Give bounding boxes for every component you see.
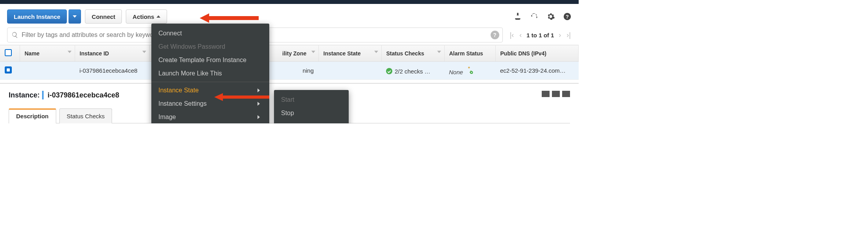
launch-instance-dropdown[interactable] bbox=[68, 9, 81, 24]
chevron-up-icon bbox=[156, 15, 160, 18]
checkbox-icon bbox=[5, 49, 12, 56]
tab-status-checks[interactable]: Status Checks bbox=[59, 108, 112, 123]
window-header bbox=[0, 0, 579, 4]
search-icon bbox=[11, 31, 18, 39]
chevron-right-icon bbox=[257, 115, 260, 119]
submenu-stop-hibernate: Stop - Hibernate bbox=[274, 120, 349, 123]
accent-bar-icon bbox=[42, 91, 44, 99]
help-icon[interactable]: ? bbox=[563, 12, 572, 21]
col-public-dns[interactable]: Public DNS (IPv4) bbox=[495, 45, 579, 62]
cell-alarm-status: None bbox=[444, 62, 495, 80]
table-row[interactable]: i-0379861ecebca4ce8 ning 2/2 checks … No… bbox=[0, 62, 579, 80]
actions-label: Actions bbox=[132, 13, 154, 20]
layout-split-icon[interactable] bbox=[552, 91, 560, 97]
pager-prev[interactable]: ‹ bbox=[519, 31, 522, 39]
cell-public-dns: ec2-52-91-239-24.com… bbox=[495, 62, 579, 80]
alarm-add-icon[interactable] bbox=[465, 66, 473, 74]
pager-label: 1 to 1 of 1 bbox=[526, 32, 554, 39]
menu-instance-settings[interactable]: Instance Settings bbox=[151, 97, 269, 110]
menu-create-template[interactable]: Create Template From Instance bbox=[151, 53, 269, 67]
actions-menu: Connect Get Windows Password Create Temp… bbox=[151, 24, 269, 123]
connect-button[interactable]: Connect bbox=[85, 9, 122, 24]
col-alarm-status[interactable]: Alarm Status bbox=[444, 45, 495, 62]
launch-instance-button[interactable]: Launch Instance bbox=[7, 9, 67, 24]
chevron-right-icon bbox=[257, 102, 260, 106]
svg-text:?: ? bbox=[566, 14, 569, 20]
menu-get-windows-password: Get Windows Password bbox=[151, 40, 269, 53]
col-name[interactable]: Name bbox=[20, 45, 75, 62]
menu-image[interactable]: Image bbox=[151, 110, 269, 123]
pager-first[interactable]: |‹ bbox=[509, 31, 515, 39]
row-checkbox[interactable] bbox=[5, 66, 12, 73]
flask-icon[interactable] bbox=[513, 12, 522, 21]
layout-full-icon[interactable] bbox=[542, 91, 550, 97]
instances-table: Name Instance ID ility Zone Instance Sta… bbox=[0, 45, 579, 80]
menu-instance-state[interactable]: Instance State bbox=[151, 84, 269, 97]
layout-bottom-icon[interactable] bbox=[562, 91, 570, 97]
menu-launch-more[interactable]: Launch More Like This bbox=[151, 67, 269, 80]
actions-button[interactable]: Actions bbox=[126, 9, 167, 24]
submenu-stop[interactable]: Stop bbox=[274, 106, 349, 120]
search-help-icon[interactable]: ? bbox=[491, 31, 499, 39]
col-status-checks[interactable]: Status Checks bbox=[381, 45, 444, 62]
menu-connect[interactable]: Connect bbox=[151, 27, 269, 40]
refresh-icon[interactable] bbox=[530, 12, 539, 21]
cell-instance-id: i-0379861ecebca4ce8 bbox=[75, 62, 149, 80]
cell-status-checks: 2/2 checks … bbox=[381, 62, 444, 80]
submenu-start: Start bbox=[274, 93, 349, 106]
chevron-right-icon bbox=[257, 88, 260, 92]
col-instance-state[interactable]: Instance State bbox=[318, 45, 381, 62]
col-instance-id[interactable]: Instance ID bbox=[75, 45, 149, 62]
cell-instance-state bbox=[318, 62, 381, 80]
pager-next[interactable]: › bbox=[558, 31, 562, 39]
cell-name bbox=[20, 62, 75, 80]
gear-icon[interactable] bbox=[546, 12, 555, 21]
col-checkbox[interactable] bbox=[0, 45, 20, 62]
check-ok-icon bbox=[386, 68, 392, 74]
tab-description[interactable]: Description bbox=[9, 108, 56, 123]
pager-last[interactable]: ›| bbox=[566, 31, 572, 39]
layout-toggles bbox=[542, 91, 570, 97]
pager: |‹ ‹ 1 to 1 of 1 › ›| bbox=[509, 31, 572, 39]
instance-state-submenu: Start Stop Stop - Hibernate Reboot Termi… bbox=[274, 90, 349, 123]
toolbar: Launch Instance Connect Actions ? bbox=[0, 4, 579, 28]
